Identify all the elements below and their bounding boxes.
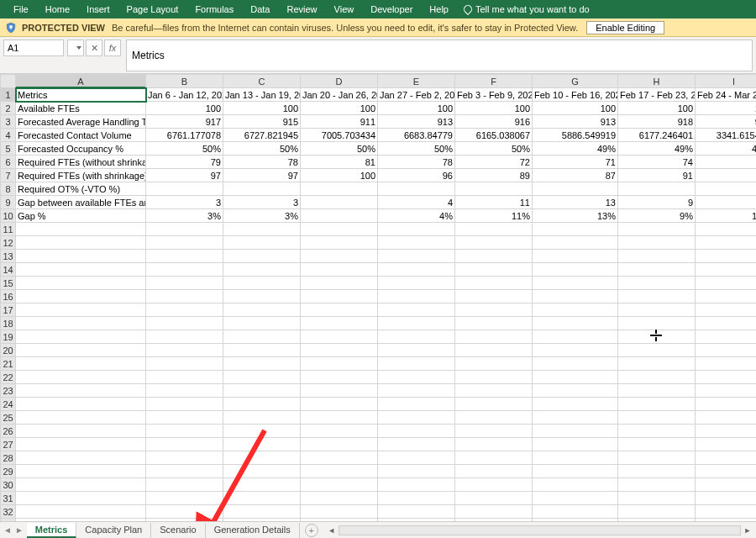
cell[interactable] — [455, 411, 533, 425]
cell[interactable] — [16, 411, 146, 425]
cell[interactable] — [146, 236, 223, 250]
cell[interactable] — [378, 411, 455, 425]
cell[interactable]: 7005.703434 — [301, 129, 378, 142]
cell[interactable] — [696, 330, 757, 344]
cell[interactable]: Gap between available FTEs and required … — [16, 196, 146, 209]
cell[interactable] — [378, 465, 455, 478]
row-header[interactable]: 9 — [1, 196, 16, 209]
row-header[interactable]: 20 — [1, 344, 16, 357]
row-header[interactable]: 21 — [1, 357, 16, 371]
cell[interactable]: 87 — [533, 169, 618, 182]
cell[interactable] — [618, 263, 696, 277]
row-header[interactable]: 4 — [1, 129, 16, 142]
cell[interactable] — [223, 384, 301, 398]
cell[interactable]: Feb 24 - Mar 2, 2022 — [696, 88, 757, 102]
cell[interactable] — [223, 492, 301, 505]
cell[interactable] — [455, 303, 533, 317]
cell[interactable] — [696, 223, 757, 236]
cell[interactable]: 96 — [378, 169, 455, 182]
cell[interactable]: 49% — [618, 142, 696, 156]
cell[interactable] — [618, 303, 696, 317]
cell[interactable] — [16, 357, 146, 371]
cell[interactable] — [301, 330, 378, 344]
cell[interactable] — [16, 398, 146, 411]
cell[interactable] — [146, 357, 223, 371]
cell[interactable]: 50% — [146, 142, 223, 156]
cell[interactable]: 11% — [455, 209, 533, 223]
cell[interactable]: 913 — [533, 115, 618, 129]
cell[interactable] — [146, 330, 223, 344]
cell[interactable] — [455, 330, 533, 344]
cell[interactable]: 50% — [378, 142, 455, 156]
cell[interactable] — [301, 398, 378, 411]
cell[interactable] — [378, 344, 455, 357]
cell[interactable] — [378, 451, 455, 465]
row-header[interactable]: 31 — [1, 492, 16, 505]
cell[interactable]: 11 — [455, 196, 533, 209]
cell[interactable]: Forecasted Occupancy % — [16, 142, 146, 156]
cell[interactable]: 97 — [223, 169, 301, 182]
cell[interactable] — [533, 182, 618, 196]
cell[interactable] — [618, 478, 696, 492]
row-header[interactable]: 2 — [1, 102, 16, 115]
fx-button[interactable]: fx — [104, 40, 121, 56]
cell[interactable] — [696, 425, 757, 438]
cell[interactable] — [223, 425, 301, 438]
cell[interactable]: 78 — [378, 156, 455, 169]
row-header[interactable]: 3 — [1, 115, 16, 129]
cell[interactable]: Required FTEs (with shrinkage) — [16, 169, 146, 182]
cell[interactable]: 3% — [146, 209, 223, 223]
ribbon-tab-file[interactable]: File — [5, 4, 37, 14]
cell[interactable] — [455, 357, 533, 371]
cell[interactable] — [146, 398, 223, 411]
ribbon-tab-data[interactable]: Data — [242, 4, 278, 14]
cell[interactable] — [16, 330, 146, 344]
cell[interactable]: 85 — [696, 169, 757, 182]
cell[interactable] — [146, 290, 223, 303]
cell[interactable] — [16, 277, 146, 290]
cell[interactable]: Jan 13 - Jan 19, 2022 — [223, 88, 301, 102]
col-header-D[interactable]: D — [301, 75, 378, 88]
formula-input[interactable] — [126, 40, 753, 71]
row-header[interactable]: 26 — [1, 425, 16, 438]
cell[interactable] — [455, 384, 533, 398]
cell[interactable] — [378, 223, 455, 236]
col-header-B[interactable]: B — [146, 75, 223, 88]
cell[interactable]: 4% — [378, 209, 455, 223]
cell[interactable] — [533, 250, 618, 263]
row-header[interactable]: 15 — [1, 277, 16, 290]
row-header[interactable]: 19 — [1, 330, 16, 344]
cell[interactable]: 916 — [455, 115, 533, 129]
cell[interactable] — [301, 317, 378, 330]
cell[interactable] — [618, 438, 696, 451]
cell[interactable] — [455, 250, 533, 263]
cell[interactable] — [455, 317, 533, 330]
cell[interactable]: Gap % — [16, 209, 146, 223]
cell[interactable] — [696, 438, 757, 451]
worksheet-area[interactable]: ABCDEFGHI 1MetricsJan 6 - Jan 12, 2022Ja… — [0, 74, 756, 538]
row-header[interactable]: 28 — [1, 451, 16, 465]
cell[interactable]: 6727.821945 — [223, 129, 301, 142]
cell[interactable]: 917 — [146, 115, 223, 129]
cell[interactable] — [618, 492, 696, 505]
cell[interactable] — [618, 398, 696, 411]
ribbon-tab-home[interactable]: Home — [37, 4, 78, 14]
ribbon-tab-page-layout[interactable]: Page Layout — [118, 4, 187, 14]
cell[interactable] — [533, 492, 618, 505]
cell[interactable]: Feb 10 - Feb 16, 2022 — [533, 88, 618, 102]
cell[interactable] — [618, 250, 696, 263]
cell[interactable]: Available FTEs — [16, 102, 146, 115]
cell[interactable] — [696, 505, 757, 519]
cell[interactable] — [696, 344, 757, 357]
cell[interactable] — [696, 303, 757, 317]
cell[interactable]: 100 — [618, 102, 696, 115]
cell[interactable] — [301, 223, 378, 236]
cell[interactable] — [146, 384, 223, 398]
cell[interactable]: 89 — [455, 169, 533, 182]
cell[interactable] — [696, 250, 757, 263]
cell[interactable] — [455, 465, 533, 478]
col-header-E[interactable]: E — [378, 75, 455, 88]
cell[interactable] — [301, 357, 378, 371]
row-header[interactable]: 6 — [1, 156, 16, 169]
cell[interactable] — [533, 438, 618, 451]
